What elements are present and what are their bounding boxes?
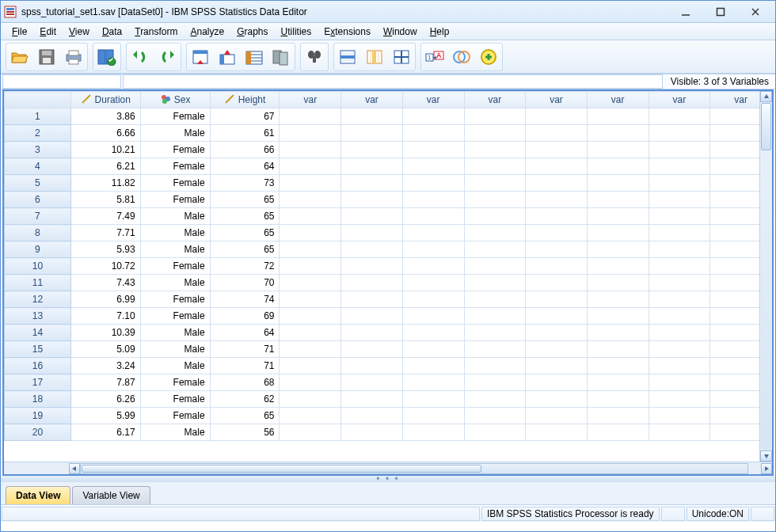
cell[interactable]: 67	[210, 108, 280, 125]
row-number[interactable]: 18	[5, 391, 71, 408]
cell-empty[interactable]	[526, 158, 588, 175]
cell-empty[interactable]	[587, 241, 649, 258]
column-header-empty[interactable]: var	[280, 92, 341, 108]
redo-icon[interactable]	[155, 45, 179, 69]
cell-empty[interactable]	[587, 275, 649, 291]
cell[interactable]: 64	[210, 158, 280, 175]
cell-empty[interactable]	[341, 208, 403, 225]
cell-empty[interactable]	[587, 225, 649, 241]
cell-empty[interactable]	[587, 208, 649, 225]
cell-empty[interactable]	[649, 175, 710, 192]
cell-empty[interactable]	[649, 158, 710, 175]
cell[interactable]: Female	[140, 175, 210, 192]
cell-empty[interactable]	[402, 258, 464, 275]
cell-empty[interactable]	[649, 308, 710, 325]
cell-empty[interactable]	[526, 275, 588, 291]
cell-empty[interactable]	[587, 258, 649, 275]
cell-empty[interactable]	[464, 241, 526, 258]
cell-empty[interactable]	[402, 192, 464, 208]
close-button[interactable]	[739, 4, 772, 20]
cell[interactable]: Female	[140, 391, 210, 408]
scroll-down-icon[interactable]	[760, 450, 772, 462]
cell-empty[interactable]	[526, 142, 588, 158]
cell-empty[interactable]	[526, 192, 588, 208]
row-number[interactable]: 8	[5, 225, 71, 241]
cell[interactable]: Female	[140, 108, 210, 125]
cell-empty[interactable]	[649, 241, 710, 258]
cell[interactable]: 61	[210, 125, 280, 142]
menu-utilities[interactable]: Utilities	[275, 25, 318, 39]
row-number[interactable]: 2	[5, 125, 71, 142]
cell-empty[interactable]	[526, 308, 588, 325]
cell-empty[interactable]	[649, 275, 710, 291]
column-header-duration[interactable]: Duration	[70, 92, 140, 108]
cell-empty[interactable]	[402, 325, 464, 341]
cell-empty[interactable]	[280, 142, 341, 158]
menu-window[interactable]: Window	[377, 25, 424, 39]
cell[interactable]: 65	[210, 192, 280, 208]
row-number[interactable]: 1	[5, 108, 71, 125]
cell-empty[interactable]	[587, 325, 649, 341]
cell-empty[interactable]	[341, 408, 403, 424]
cell-empty[interactable]	[341, 325, 403, 341]
cell-empty[interactable]	[280, 291, 341, 308]
cell-empty[interactable]	[526, 341, 588, 358]
cell-empty[interactable]	[341, 192, 403, 208]
scroll-up-icon[interactable]	[760, 91, 772, 102]
cell[interactable]: Female	[140, 408, 210, 424]
cell[interactable]: 68	[210, 374, 280, 391]
vertical-scrollbar[interactable]	[759, 91, 772, 462]
menu-data[interactable]: Data	[96, 25, 128, 39]
grid-corner[interactable]	[5, 92, 71, 108]
cell-empty[interactable]	[280, 358, 341, 374]
cell-empty[interactable]	[402, 208, 464, 225]
cell-editor[interactable]	[123, 74, 663, 89]
cell-empty[interactable]	[526, 391, 588, 408]
cell-empty[interactable]	[341, 291, 403, 308]
cell-empty[interactable]	[341, 258, 403, 275]
cell[interactable]: 72	[210, 258, 280, 275]
cell-empty[interactable]	[649, 291, 710, 308]
cell-empty[interactable]	[341, 391, 403, 408]
goto-case-icon[interactable]	[188, 45, 212, 69]
cell-empty[interactable]	[280, 308, 341, 325]
cell-empty[interactable]	[280, 192, 341, 208]
cell-empty[interactable]	[587, 108, 649, 125]
row-number[interactable]: 9	[5, 241, 71, 258]
cell-empty[interactable]	[649, 225, 710, 241]
cell[interactable]: 73	[210, 175, 280, 192]
cell-empty[interactable]	[526, 208, 588, 225]
cell[interactable]: 3.24	[70, 358, 140, 374]
cell[interactable]: 5.93	[70, 241, 140, 258]
split-file-icon[interactable]	[390, 45, 413, 69]
tab-data-view[interactable]: Data View	[6, 486, 70, 504]
cell-empty[interactable]	[464, 275, 526, 291]
cell-empty[interactable]	[587, 142, 649, 158]
row-number[interactable]: 5	[5, 175, 71, 192]
cell-empty[interactable]	[280, 275, 341, 291]
cell-empty[interactable]	[402, 158, 464, 175]
cell[interactable]: Female	[140, 192, 210, 208]
row-number[interactable]: 12	[5, 291, 71, 308]
row-number[interactable]: 13	[5, 308, 71, 325]
menu-file[interactable]: File	[6, 25, 33, 39]
cell[interactable]: Male	[140, 341, 210, 358]
cell-empty[interactable]	[649, 108, 710, 125]
cell-empty[interactable]	[402, 291, 464, 308]
cell[interactable]: 7.10	[70, 308, 140, 325]
open-file-icon[interactable]	[8, 45, 32, 69]
cell-empty[interactable]	[402, 275, 464, 291]
cell-empty[interactable]	[341, 275, 403, 291]
cell[interactable]: 5.09	[70, 341, 140, 358]
cell[interactable]: 70	[210, 275, 280, 291]
cell-empty[interactable]	[649, 408, 710, 424]
row-number[interactable]: 10	[5, 258, 71, 275]
cell[interactable]: 11.82	[70, 175, 140, 192]
minimize-button[interactable]	[669, 4, 702, 20]
run-descriptives-icon[interactable]	[269, 45, 293, 69]
column-header-empty[interactable]: var	[341, 92, 403, 108]
recall-dialog-icon[interactable]	[95, 45, 119, 69]
cell-empty[interactable]	[280, 241, 341, 258]
menu-help[interactable]: Help	[424, 25, 456, 39]
cell[interactable]: 66	[210, 142, 280, 158]
